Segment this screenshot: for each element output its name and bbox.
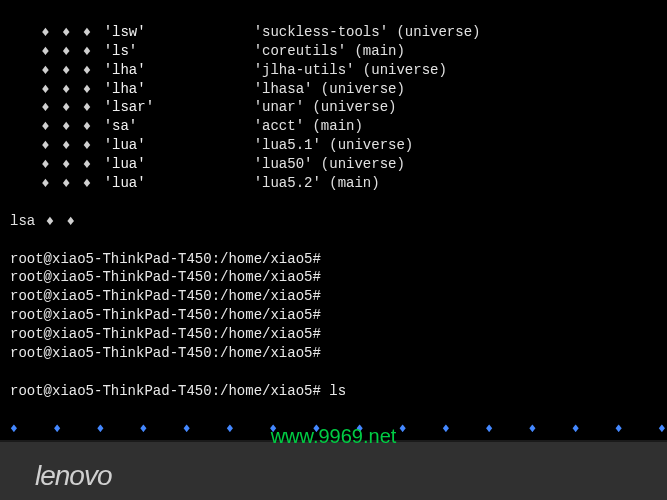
diamond-icon: ♦ ♦ [35, 213, 77, 229]
suggestion-cmd: 'lsar' [104, 98, 254, 117]
suggestion-row: ♦ ♦ ♦ 'lua''lua5.2' (main) [10, 174, 657, 193]
suggestion-pkg: 'lua5.2' (main) [254, 174, 380, 193]
prompt-line: root@xiao5-ThinkPad-T450:/home/xiao5# [10, 325, 657, 344]
laptop-bezel: lenovo [0, 440, 667, 500]
prompt-line: root@xiao5-ThinkPad-T450:/home/xiao5# [10, 306, 657, 325]
diamond-icon: ♦ ♦ ♦ [10, 23, 104, 42]
typed-command: ls [329, 383, 346, 399]
suggestion-row: ♦ ♦ ♦ 'lha''lhasa' (universe) [10, 80, 657, 99]
prompt-line: root@xiao5-ThinkPad-T450:/home/xiao5# [10, 250, 657, 269]
suggestion-cmd: 'ls' [104, 42, 254, 61]
diamond-icon: ♦ ♦ ♦ [10, 61, 104, 80]
diamond-icon: ♦ ♦ ♦ [10, 98, 104, 117]
suggestion-pkg: 'suckless-tools' (universe) [254, 23, 481, 42]
diamond-icon: ♦ ♦ ♦ [10, 174, 104, 193]
suggestion-pkg: 'lua50' (universe) [254, 155, 405, 174]
suggestion-cmd: 'lua' [104, 136, 254, 155]
suggestion-pkg: 'unar' (universe) [254, 98, 397, 117]
prompt-history: root@xiao5-ThinkPad-T450:/home/xiao5# ro… [10, 250, 657, 363]
diamond-icon: ♦ ♦ ♦ [10, 42, 104, 61]
suggestion-list: ♦ ♦ ♦ 'lsw''suckless-tools' (universe) ♦… [10, 23, 657, 193]
suggestion-row: ♦ ♦ ♦ 'lsw''suckless-tools' (universe) [10, 23, 657, 42]
suggestion-cmd: 'lua' [104, 174, 254, 193]
suggestion-row: ♦ ♦ ♦ 'lua''lua5.1' (universe) [10, 136, 657, 155]
prompt-line: root@xiao5-ThinkPad-T450:/home/xiao5# [10, 268, 657, 287]
suggestion-pkg: 'lhasa' (universe) [254, 80, 405, 99]
suggestion-pkg: 'jlha-utils' (universe) [254, 61, 447, 80]
prompt-line: root@xiao5-ThinkPad-T450:/home/xiao5# [10, 344, 657, 363]
suggestion-row: ♦ ♦ ♦ 'lha''jlha-utils' (universe) [10, 61, 657, 80]
suggestion-row: ♦ ♦ ♦ 'lsar''unar' (universe) [10, 98, 657, 117]
suggestion-row: ♦ ♦ ♦ 'sa''acct' (main) [10, 117, 657, 136]
diamond-icon: ♦ ♦ ♦ [10, 117, 104, 136]
diamond-icon: ♦ ♦ ♦ [10, 80, 104, 99]
suggestion-cmd: 'lsw' [104, 23, 254, 42]
suggestion-pkg: 'acct' (main) [254, 117, 363, 136]
terminal-screen[interactable]: ♦ ♦ ♦ 'lsw''suckless-tools' (universe) ♦… [0, 0, 667, 440]
diamond-icon: ♦ ♦ ♦ [10, 136, 104, 155]
typo-line: lsa ♦ ♦ [10, 212, 657, 231]
suggestion-cmd: 'lua' [104, 155, 254, 174]
suggestion-row: ♦ ♦ ♦ 'lua''lua50' (universe) [10, 155, 657, 174]
suggestion-cmd: 'lha' [104, 80, 254, 99]
suggestion-cmd: 'lha' [104, 61, 254, 80]
lenovo-logo: lenovo [35, 460, 112, 492]
suggestion-pkg: 'coreutils' (main) [254, 42, 405, 61]
prompt-line: root@xiao5-ThinkPad-T450:/home/xiao5# [10, 287, 657, 306]
suggestion-row: ♦ ♦ ♦ 'ls''coreutils' (main) [10, 42, 657, 61]
diamond-icon: ♦ ♦ ♦ [10, 155, 104, 174]
prompt-with-command: root@xiao5-ThinkPad-T450:/home/xiao5# ls [10, 382, 657, 401]
suggestion-cmd: 'sa' [104, 117, 254, 136]
watermark-text: www.9969.net [271, 425, 397, 448]
suggestion-pkg: 'lua5.1' (universe) [254, 136, 414, 155]
